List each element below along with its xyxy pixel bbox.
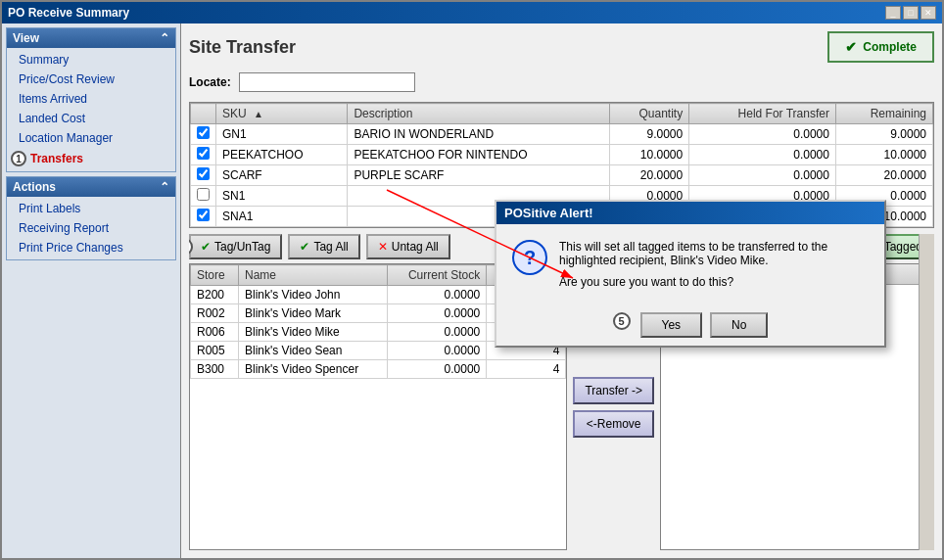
- store-current: 0.0000: [387, 286, 487, 304]
- col-header-sku[interactable]: SKU ▲: [216, 104, 348, 124]
- title-bar: PO Receive Summary _ □ ✕: [2, 2, 942, 23]
- title-bar-buttons: _ □ ✕: [885, 6, 936, 20]
- actions-collapse-icon: ⌃: [160, 180, 169, 194]
- transfer-label: Transfer ->: [585, 384, 642, 397]
- page-title: Site Transfer: [189, 37, 296, 58]
- row-checkbox[interactable]: [191, 124, 216, 145]
- col-header-qty[interactable]: Quantity: [609, 104, 688, 124]
- content-header: Site Transfer ✔ Complete: [189, 31, 934, 63]
- view-section-content: Summary Price/Cost Review Items Arrived …: [7, 48, 175, 171]
- sidebar-item-location-manager[interactable]: Location Manager: [7, 128, 175, 148]
- row-quantity: 20.0000: [609, 165, 688, 186]
- transfer-button[interactable]: Transfer ->: [573, 377, 654, 404]
- store-code: B300: [191, 360, 239, 379]
- tag-untag-label: Tag/UnTag: [214, 240, 270, 254]
- col-header-held[interactable]: Held For Transfer: [689, 104, 836, 124]
- modal-body: ? This will set all tagged items to be t…: [496, 224, 884, 304]
- minimize-button[interactable]: _: [885, 6, 901, 20]
- view-section: View ⌃ Summary Price/Cost Review Items A…: [6, 27, 176, 172]
- close-button[interactable]: ✕: [920, 6, 936, 20]
- row-checkbox[interactable]: [191, 207, 216, 227]
- sidebar-item-transfers[interactable]: Transfers: [30, 152, 83, 165]
- row-sku: SCARF: [216, 165, 348, 186]
- row-desc: PURPLE SCARF: [348, 165, 610, 186]
- sidebar-item-price-cost[interactable]: Price/Cost Review: [7, 70, 175, 89]
- col-header-current-stock: Current Stock: [387, 265, 487, 286]
- store-name: Blink's Video Mark: [238, 304, 387, 323]
- scrollbar[interactable]: [919, 263, 934, 550]
- checkbox-input[interactable]: [197, 126, 210, 139]
- untag-all-button[interactable]: ✕ Untag All: [366, 234, 450, 259]
- main-container: View ⌃ Summary Price/Cost Review Items A…: [2, 23, 942, 558]
- sidebar-item-summary[interactable]: Summary: [7, 50, 175, 70]
- col-header-desc[interactable]: Description: [348, 104, 610, 124]
- sku-table-row[interactable]: GN1 BARIO IN WONDERLAND 9.0000 0.0000 9.…: [191, 124, 933, 145]
- store-name: Blink's Video Spencer: [238, 360, 387, 379]
- col-header-remain[interactable]: Remaining: [835, 104, 932, 124]
- row-desc: BARIO IN WONDERLAND: [348, 124, 610, 145]
- store-code: R005: [191, 342, 239, 360]
- row-remaining: 20.0000: [835, 165, 932, 186]
- actions-section-header[interactable]: Actions ⌃: [7, 177, 175, 197]
- row-held: 0.0000: [689, 145, 836, 165]
- col-header-store: Store: [191, 265, 239, 286]
- checkbox-input[interactable]: [197, 209, 210, 221]
- modal-message: This will set all tagged items to be tra…: [559, 240, 869, 289]
- complete-button[interactable]: ✔ Complete: [827, 31, 934, 63]
- maximize-button[interactable]: □: [903, 6, 919, 20]
- window-title: PO Receive Summary: [8, 6, 129, 20]
- row-quantity: 9.0000: [609, 124, 688, 145]
- col-header-name: Name: [238, 265, 387, 286]
- actions-label: Actions: [13, 180, 56, 194]
- modal-title: POSitive Alert!: [496, 202, 884, 224]
- actions-section: Actions ⌃ Print Labels Receiving Report …: [6, 176, 176, 260]
- checkbox-input[interactable]: [197, 167, 210, 180]
- row-checkbox[interactable]: [191, 145, 216, 165]
- store-name: Blink's Video Sean: [238, 342, 387, 360]
- checkbox-input[interactable]: [197, 147, 210, 160]
- untag-all-icon: ✕: [378, 240, 388, 254]
- row-held: 0.0000: [689, 165, 836, 186]
- no-button[interactable]: No: [710, 312, 768, 338]
- question-icon: ?: [512, 240, 547, 275]
- yes-button[interactable]: Yes: [640, 312, 703, 338]
- sidebar-item-receiving-report[interactable]: Receiving Report: [7, 218, 175, 238]
- checkmark-icon: ✔: [201, 240, 211, 254]
- row-sku: PEEKATCHOO: [216, 145, 348, 165]
- store-min: 4: [487, 360, 566, 379]
- store-name: Blink's Video Mike: [238, 323, 387, 342]
- locate-input[interactable]: [239, 72, 415, 92]
- store-table-row[interactable]: B300 Blink's Video Spencer 0.0000 4: [191, 360, 566, 379]
- view-section-header[interactable]: View ⌃: [7, 28, 175, 48]
- sidebar-item-items-arrived[interactable]: Items Arrived: [7, 89, 175, 109]
- sort-arrow-sku: ▲: [254, 109, 263, 119]
- locate-label: Locate:: [189, 75, 231, 89]
- badge-5: 5: [613, 312, 631, 330]
- tag-all-button[interactable]: ✔ Tag All: [288, 234, 359, 259]
- checkbox-input[interactable]: [197, 188, 210, 201]
- sku-table-row[interactable]: PEEKATCHOO PEEKATCHOO FOR NINTENDO 10.00…: [191, 145, 933, 165]
- sidebar-item-print-price-changes[interactable]: Print Price Changes: [7, 238, 175, 257]
- store-current: 0.0000: [387, 304, 487, 323]
- untag-all-label: Untag All: [392, 240, 439, 254]
- content-area: Site Transfer ✔ Complete Locate: SKU ▲: [181, 23, 942, 558]
- store-code: R006: [191, 323, 239, 342]
- store-current: 0.0000: [387, 323, 487, 342]
- store-current: 0.0000: [387, 360, 487, 379]
- remove-button[interactable]: <-Remove: [573, 410, 654, 438]
- tag-untag-button[interactable]: ✔ Tag/UnTag: [189, 234, 282, 259]
- view-collapse-icon: ⌃: [160, 31, 169, 45]
- row-checkbox[interactable]: [191, 165, 216, 186]
- row-checkbox[interactable]: [191, 186, 216, 207]
- sidebar-item-print-labels[interactable]: Print Labels: [7, 199, 175, 218]
- sku-table-row[interactable]: SCARF PURPLE SCARF 20.0000 0.0000 20.000…: [191, 165, 933, 186]
- badge-1: 1: [11, 151, 26, 166]
- tag-all-icon: ✔: [300, 240, 309, 254]
- row-sku: SNA1: [216, 207, 348, 227]
- row-quantity: 10.0000: [609, 145, 688, 165]
- row-sku: GN1: [216, 124, 348, 145]
- view-label: View: [13, 31, 39, 45]
- col-header-check: [191, 104, 216, 124]
- remove-label: <-Remove: [587, 417, 641, 431]
- sidebar-item-landed-cost[interactable]: Landed Cost: [7, 109, 175, 128]
